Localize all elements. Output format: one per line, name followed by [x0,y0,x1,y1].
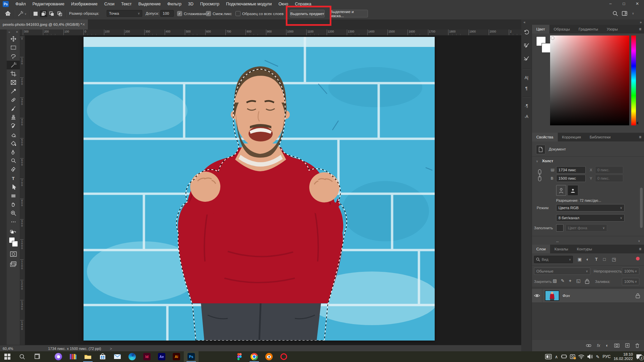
tray-expand-chevron-icon[interactable]: ∧ [555,354,558,359]
canvas-section-title[interactable]: Холст [542,159,553,163]
layer-thumbnail[interactable] [545,291,559,301]
path-selection-tool[interactable] [7,183,20,191]
tab-libraries[interactable]: Библиотеки [585,133,615,141]
tab-adjustments[interactable]: Коррекция [558,133,586,141]
panel-menu-icon[interactable]: ≡ [636,25,644,34]
lock-paint-icon[interactable]: ✎ [561,278,565,283]
tab-color[interactable]: Цвет [532,25,549,34]
orientation-landscape-icon[interactable] [568,185,578,196]
layer-row-background[interactable]: Фон [532,289,644,302]
link-layers-icon[interactable] [586,344,591,348]
mode-select[interactable]: Цвета RGB∨ [556,204,625,212]
width-input[interactable]: 1734 пикс [556,166,586,174]
workspace-icon[interactable] [622,11,628,17]
menu-item[interactable]: Фильтр [164,0,185,8]
lock-move-icon[interactable]: + [569,278,572,283]
preset-chevron-icon[interactable]: ∨ [24,12,26,15]
minimize-button[interactable]: – [604,0,617,8]
eyedropper-tool[interactable] [7,87,20,96]
filter-image-icon[interactable]: ▣ [578,257,582,262]
winrar-icon[interactable] [66,351,80,362]
news-widget-icon[interactable] [545,354,552,359]
spot-healing-brush-tool[interactable] [7,96,20,104]
color-field[interactable] [550,36,629,125]
frame-tool[interactable] [7,78,20,87]
sample-all-layers-checkbox[interactable]: Образец со всех слоев [235,11,283,16]
workspace-chevron-icon[interactable]: ∨ [632,12,634,15]
paragraph-styles-panel-icon[interactable]: ▫A [525,114,528,119]
pen-tool[interactable] [7,165,20,174]
menu-item[interactable]: Окно [275,0,291,8]
brush-settings-panel-icon[interactable] [524,43,530,50]
sample-size-select[interactable]: Точка ∨ [107,10,142,17]
panel-menu-icon[interactable]: ≡ [636,133,644,141]
hue-slider[interactable] [631,36,636,125]
lock-artboard-icon[interactable]: ◱ [576,278,580,283]
more-tools-icon[interactable] [7,218,20,226]
scroll-down-icon[interactable]: ∨ [638,239,640,243]
select-subject-button[interactable]: Выделить предмет [290,10,325,17]
delete-layer-icon[interactable] [635,343,639,348]
contiguous-checkbox[interactable]: ✓ Смеж.пикс [206,11,232,16]
character-styles-panel-icon[interactable]: ▫¶ [525,104,528,108]
clone-stamp-tool[interactable] [7,113,20,122]
task-view-icon[interactable] [30,351,44,362]
layer-name[interactable]: Фон [562,294,570,298]
clock[interactable]: 18:10 16.02.2022 [613,352,633,361]
status-chevron-icon[interactable]: > [110,347,112,351]
tray-display-icon[interactable] [561,354,567,359]
paint-bucket-tool[interactable] [7,139,20,148]
file-explorer-icon[interactable] [80,351,95,362]
toolbar-collapse-icon[interactable]: » [8,31,10,34]
character-panel-icon[interactable]: A| [525,75,528,80]
zoom-level[interactable]: 60,4% [3,347,13,351]
tolerance-input[interactable]: 100 [160,10,174,17]
start-button[interactable] [0,351,15,362]
antialias-checkbox[interactable]: ✓ Сглаживание [177,11,208,16]
menu-item[interactable]: Редактирование [29,0,68,8]
menu-item[interactable]: Выделение [135,0,164,8]
opacity-input[interactable]: 100%∨ [622,267,639,275]
menu-item[interactable]: Подключаемые модули [223,0,275,8]
menu-item[interactable]: Просмотр [197,0,223,8]
hue-slider-marker[interactable] [636,121,638,125]
eraser-tool[interactable] [7,130,20,139]
hand-tool[interactable] [7,200,20,209]
select-and-mask-button[interactable]: Выделение и маска... [330,10,368,17]
blend-mode-select[interactable]: Обычные∨ [534,267,590,275]
smudge-tool[interactable] [7,148,20,157]
menu-item[interactable]: 3D [185,0,197,8]
menu-item[interactable]: Текст [118,0,135,8]
default-colors-icon[interactable] [7,229,20,236]
lasso-tool[interactable] [7,52,20,61]
tab-channels[interactable]: Каналы [550,245,573,253]
link-dimensions-icon[interactable] [537,169,542,184]
microsoft-store-icon[interactable] [95,351,110,362]
selection-mode-intersect-icon[interactable] [56,10,63,17]
layer-filter-search[interactable]: Вид ∨ [534,256,573,263]
tab-properties[interactable]: Свойства [532,133,558,141]
menu-item[interactable]: Слои [101,0,118,8]
home-icon[interactable] [5,10,11,18]
magic-wand-preset-icon[interactable] [17,11,23,18]
layer-mask-icon[interactable] [614,344,620,348]
crop-tool[interactable] [7,69,20,78]
filter-smart-object-icon[interactable]: ◳ [612,257,616,262]
maximize-button[interactable]: □ [617,0,631,8]
collapse-right-icon[interactable]: » [640,20,642,24]
photoshop-taskbar-icon[interactable]: Ps [184,351,199,362]
mail-icon[interactable] [110,351,125,362]
lock-all-icon[interactable] [585,279,589,284]
panel-menu-icon[interactable]: ≡ [636,245,644,253]
menu-item[interactable]: Изображение [68,0,101,8]
tab-patterns[interactable]: Узоры [602,25,622,34]
filter-toggle-icon[interactable] [636,257,640,260]
type-tool[interactable]: T [7,174,20,183]
blender-icon[interactable] [262,351,276,362]
screen-mode-icon[interactable] [7,259,20,269]
layer-visibility-eye-icon[interactable] [532,289,542,302]
layer-fill-input[interactable]: 100%∨ [622,278,639,285]
selection-mode-new-icon[interactable] [32,10,39,17]
history-brush-tool[interactable] [7,122,20,130]
rectangle-shape-tool[interactable] [7,191,20,200]
